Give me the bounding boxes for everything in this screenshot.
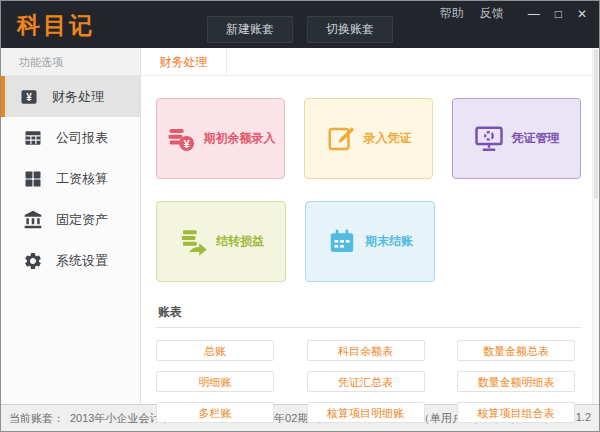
report-button-qty-amount-detail[interactable]: 数量金额明细表 xyxy=(457,371,575,392)
tab-bar: 财务处理 xyxy=(141,48,599,76)
sidebar-item-payroll[interactable]: 工资核算 xyxy=(1,158,140,199)
coins-arrow-icon xyxy=(178,227,208,257)
vertical-scrollbar[interactable] xyxy=(592,48,599,404)
reports-grid: 总账 科目余额表 数量金额总表 明细账 凭证汇总表 数量金额明细表 多栏账 核算… xyxy=(156,340,581,423)
sidebar-item-label: 公司报表 xyxy=(56,129,108,147)
sidebar-item-label: 财务处理 xyxy=(52,88,104,106)
card-row-2: 结转损益 期末结账 xyxy=(156,201,581,282)
sidebar-item-label: 系统设置 xyxy=(56,252,108,270)
report-button-multi-column-ledger[interactable]: 多栏账 xyxy=(156,402,274,423)
sidebar-item-label: 工资核算 xyxy=(56,170,108,188)
card-label: 期初余额录入 xyxy=(204,130,276,147)
card-period-end-closing[interactable]: 期末结账 xyxy=(305,201,435,282)
cash-box-icon: ¥ xyxy=(19,87,39,107)
report-button-general-ledger[interactable]: 总账 xyxy=(156,340,274,361)
main-area: 财务处理 ¥ 期初余额录入 录入凭证 xyxy=(141,48,599,404)
card-label: 期末结账 xyxy=(365,233,413,250)
app-window: 科目记 新建账套 切换账套 帮助 反馈 — □ ✕ 功能选项 ¥ 财务处理 xyxy=(0,0,600,432)
sidebar-item-fixed-assets[interactable]: 固定资产 xyxy=(1,199,140,240)
minimize-icon[interactable]: — xyxy=(528,7,540,21)
card-row-1: ¥ 期初余额录入 录入凭证 凭证管理 xyxy=(156,98,581,179)
app-logo: 科目记 xyxy=(17,10,95,41)
sidebar-item-system-settings[interactable]: 系统设置 xyxy=(1,240,140,281)
new-account-set-button[interactable]: 新建账套 xyxy=(207,16,293,43)
close-icon[interactable]: ✕ xyxy=(577,7,587,21)
coins-yuan-icon: ¥ xyxy=(166,124,196,154)
scrollbar-thumb[interactable] xyxy=(594,49,598,199)
titlebar-actions: 新建账套 切换账套 xyxy=(207,16,393,43)
status-account-label: 当前账套： xyxy=(9,411,64,426)
report-button-accounting-item-detail[interactable]: 核算项目明细账 xyxy=(307,402,425,423)
content: ¥ 期初余额录入 录入凭证 凭证管理 xyxy=(141,76,599,423)
card-enter-voucher[interactable]: 录入凭证 xyxy=(304,98,433,179)
report-button-accounting-item-combo[interactable]: 核算项目组合表 xyxy=(457,402,575,423)
card-label: 结转损益 xyxy=(216,233,264,250)
bank-icon xyxy=(23,210,43,230)
tab-finance-processing[interactable]: 财务处理 xyxy=(141,48,227,75)
sidebar: 功能选项 ¥ 财务处理 公司报表 工资核算 xyxy=(1,48,141,404)
card-label: 录入凭证 xyxy=(364,130,412,147)
monitor-icon xyxy=(474,124,504,154)
switch-account-set-button[interactable]: 切换账套 xyxy=(307,16,393,43)
titlebar-right: 帮助 反馈 — □ ✕ xyxy=(440,5,587,22)
reports-section-title: 账表 xyxy=(158,304,581,321)
gear-icon xyxy=(23,251,43,271)
card-label: 凭证管理 xyxy=(512,130,560,147)
sidebar-item-company-reports[interactable]: 公司报表 xyxy=(1,117,140,158)
edit-voucher-icon xyxy=(326,124,356,154)
sidebar-section-label: 功能选项 xyxy=(1,48,140,76)
report-button-qty-amount-summary[interactable]: 数量金额总表 xyxy=(457,340,575,361)
card-voucher-management[interactable]: 凭证管理 xyxy=(452,98,581,179)
svg-text:¥: ¥ xyxy=(183,137,190,149)
svg-text:¥: ¥ xyxy=(26,91,32,102)
card-opening-balance-entry[interactable]: ¥ 期初余额录入 xyxy=(156,98,285,179)
maximize-icon[interactable]: □ xyxy=(555,7,562,21)
salary-grid-icon xyxy=(23,169,43,189)
sidebar-item-label: 固定资产 xyxy=(56,211,108,229)
window-controls: — □ ✕ xyxy=(528,7,587,21)
card-carry-forward-pnl[interactable]: 结转损益 xyxy=(156,201,286,282)
report-button-detail-ledger[interactable]: 明细账 xyxy=(156,371,274,392)
sidebar-item-finance-processing[interactable]: ¥ 财务处理 xyxy=(1,76,140,117)
report-button-voucher-summary[interactable]: 凭证汇总表 xyxy=(307,371,425,392)
feedback-link[interactable]: 反馈 xyxy=(480,5,504,22)
title-bar: 科目记 新建账套 切换账套 帮助 反馈 — □ ✕ xyxy=(1,1,599,48)
calendar-icon xyxy=(327,227,357,257)
help-link[interactable]: 帮助 xyxy=(440,5,464,22)
report-button-account-balance[interactable]: 科目余额表 xyxy=(307,340,425,361)
reports-divider xyxy=(156,327,581,328)
report-table-icon xyxy=(23,128,43,148)
